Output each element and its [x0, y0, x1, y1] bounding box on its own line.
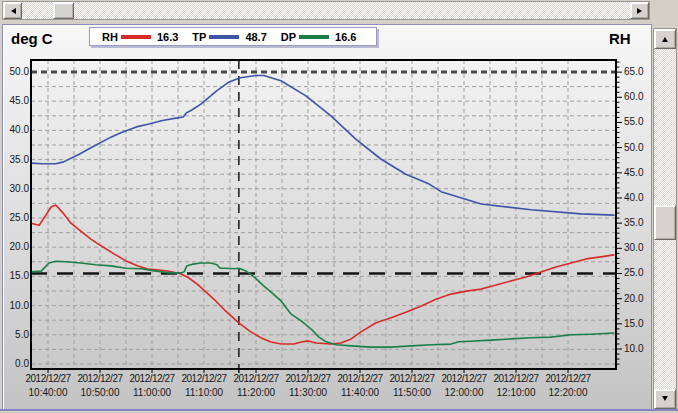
horizontal-scrollbar-thumb[interactable]: [53, 2, 74, 19]
scroll-down-button[interactable]: [654, 389, 676, 409]
left-axis-label: 15.0: [5, 270, 29, 282]
x-axis-time-label: 10:40:00: [20, 387, 76, 399]
vertical-scrollbar-thumb[interactable]: [654, 205, 676, 240]
scroll-right-button[interactable]: [630, 2, 649, 19]
right-axis-label: 60.0: [624, 91, 643, 103]
x-axis-time-label: 12:20:00: [540, 387, 596, 399]
scroll-up-icon: [662, 34, 668, 42]
left-axis-label: 10.0: [5, 300, 29, 312]
right-axis-label: 15.0: [624, 318, 643, 330]
plot-area[interactable]: [3, 25, 651, 409]
chart-panel: deg C RH RH 16.3 TP 48.7 DP 16.6 0.05.01…: [2, 24, 652, 410]
left-axis-label: 5.0: [5, 329, 29, 341]
x-axis-time-label: 11:40:00: [332, 387, 388, 399]
x-axis-date-label: 2012/12/27: [537, 373, 599, 385]
left-axis-label: 25.0: [5, 212, 29, 224]
left-axis-label: 40.0: [5, 124, 29, 136]
scroll-up-button[interactable]: [654, 29, 676, 49]
right-axis-label: 25.0: [624, 267, 643, 279]
app-window: { "titles": { "left_axis": "deg C", "rig…: [0, 0, 678, 413]
x-axis-time-label: 11:30:00: [280, 387, 336, 399]
right-axis-label: 10.0: [624, 343, 643, 355]
right-axis-label: 20.0: [624, 293, 643, 305]
left-axis-label: 45.0: [5, 95, 29, 107]
vertical-scrollbar[interactable]: [653, 28, 677, 410]
scroll-left-icon: [8, 8, 16, 14]
x-axis-time-label: 11:10:00: [176, 387, 232, 399]
left-axis-label: 0.0: [5, 358, 29, 370]
horizontal-scrollbar[interactable]: [2, 1, 650, 20]
left-axis-label: 20.0: [5, 241, 29, 253]
right-axis-label: 50.0: [624, 142, 643, 154]
scroll-down-icon: [662, 396, 668, 404]
x-axis-time-label: 12:00:00: [436, 387, 492, 399]
left-axis-label: 30.0: [5, 183, 29, 195]
right-axis-label: 65.0: [624, 66, 643, 78]
x-axis-time-label: 11:20:00: [228, 387, 284, 399]
plot-border: [31, 60, 616, 369]
left-axis-label: 50.0: [5, 66, 29, 78]
window-frame-bottom: [0, 409, 678, 411]
right-axis-label: 35.0: [624, 217, 643, 229]
left-axis-label: 35.0: [5, 154, 29, 166]
scroll-left-button[interactable]: [3, 2, 22, 19]
x-axis-time-label: 11:00:00: [124, 387, 180, 399]
right-axis-label: 30.0: [624, 242, 643, 254]
x-axis-time-label: 10:50:00: [72, 387, 128, 399]
right-axis-label: 55.0: [624, 116, 643, 128]
x-axis-time-label: 12:10:00: [488, 387, 544, 399]
scroll-right-icon: [637, 8, 645, 14]
right-axis-label: 40.0: [624, 192, 643, 204]
x-axis-time-label: 11:50:00: [384, 387, 440, 399]
right-axis-label: 45.0: [624, 167, 643, 179]
